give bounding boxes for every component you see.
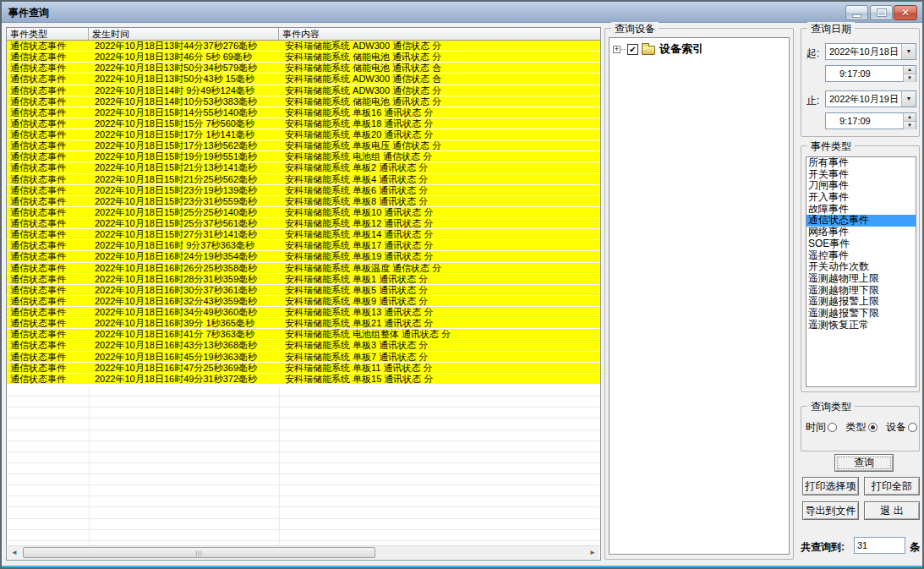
table-row[interactable]: 通信状态事件2022年10月18日14时10分53秒383毫秒安科瑞储能系统 储… bbox=[7, 96, 600, 107]
table-cell: 通信状态事件 bbox=[7, 329, 89, 339]
event-type-item[interactable]: 通信状态事件 bbox=[806, 215, 916, 227]
query-type-option[interactable]: 设备 bbox=[886, 420, 917, 435]
spin-up-icon[interactable]: ▲ bbox=[904, 113, 916, 122]
scroll-left-icon[interactable]: ◄ bbox=[8, 547, 21, 559]
table-row[interactable]: 通信状态事件2022年10月18日13时50分43秒 15毫秒安科瑞储能系统 A… bbox=[7, 74, 600, 85]
event-type-item[interactable]: 网络事件 bbox=[806, 227, 916, 238]
table-row[interactable]: 通信状态事件2022年10月18日13时50分34秒579毫秒安科瑞储能系统 储… bbox=[7, 63, 600, 74]
count-input[interactable] bbox=[854, 537, 905, 554]
tree-node-device-index[interactable]: + ✔ 设备索引 bbox=[613, 41, 789, 57]
table-cell: 2022年10月18日15时23分19秒139毫秒 bbox=[89, 185, 279, 195]
column-header[interactable]: 事件类型 bbox=[7, 28, 89, 40]
table-cell: 通信状态事件 bbox=[7, 85, 89, 96]
close-button[interactable]: ✕ bbox=[894, 5, 917, 20]
table-row[interactable]: 通信状态事件2022年10月18日15时25分25秒140毫秒安科瑞储能系统 单… bbox=[7, 207, 600, 218]
event-type-item[interactable]: 故障事件 bbox=[806, 204, 916, 216]
event-type-item[interactable]: 遥测越报警下限 bbox=[806, 308, 916, 320]
table-cell: 2022年10月18日13时44分37秒276毫秒 bbox=[89, 41, 279, 51]
query-type-option[interactable]: 时间 bbox=[806, 420, 837, 435]
event-type-item[interactable]: 刀闸事件 bbox=[806, 180, 916, 192]
radio-icon[interactable] bbox=[828, 423, 837, 432]
table-cell: 安科瑞储能系统 单板16 通讯状态 分 bbox=[279, 107, 600, 118]
maximize-button[interactable] bbox=[870, 5, 893, 20]
titlebar: 事件查询 ✕ bbox=[2, 2, 922, 23]
event-type-item[interactable]: 遥控事件 bbox=[806, 250, 916, 262]
table-row[interactable]: 通信状态事件2022年10月18日16时43分13秒368毫秒安科瑞储能系统 单… bbox=[7, 340, 600, 351]
event-type-item[interactable]: 所有事件 bbox=[806, 157, 916, 169]
radio-icon[interactable] bbox=[868, 423, 878, 432]
table-row[interactable]: 通信状态事件2022年10月18日15时21分13秒141毫秒安科瑞储能系统 单… bbox=[7, 162, 600, 173]
event-type-item[interactable]: 开入事件 bbox=[806, 192, 916, 204]
table-row[interactable]: 通信状态事件2022年10月18日16时30分37秒361毫秒安科瑞储能系统 单… bbox=[7, 285, 600, 296]
table-row[interactable]: 通信状态事件2022年10月18日16时47分25秒369毫秒安科瑞储能系统 单… bbox=[7, 363, 600, 374]
event-type-group-label: 事件类型 bbox=[807, 140, 855, 154]
table-row[interactable]: 通信状态事件2022年10月18日16时24分19秒354毫秒安科瑞储能系统 单… bbox=[7, 251, 600, 262]
export-button[interactable]: 导出到文件 bbox=[802, 501, 859, 520]
table-row[interactable]: 通信状态事件2022年10月18日16时45分19秒363毫秒安科瑞储能系统 单… bbox=[7, 352, 600, 363]
table-row[interactable]: 通信状态事件2022年10月18日16时26分25秒358毫秒安科瑞储能系统 单… bbox=[7, 263, 600, 274]
table-row[interactable]: 通信状态事件2022年10月18日15时19分19秒551毫秒安科瑞储能系统 电… bbox=[7, 151, 600, 162]
table-row[interactable]: 通信状态事件2022年10月18日15时23分31秒559毫秒安科瑞储能系统 单… bbox=[7, 196, 600, 207]
table-row[interactable]: 通信状态事件2022年10月18日15时21分25秒562毫秒安科瑞储能系统 单… bbox=[7, 174, 600, 185]
from-date-value: 2022年10月18日 bbox=[826, 44, 901, 59]
dropdown-arrow-icon[interactable]: ▼ bbox=[901, 91, 916, 107]
table-row[interactable]: 通信状态事件2022年10月18日16时 9分37秒363毫秒安科瑞储能系统 单… bbox=[7, 240, 600, 251]
horizontal-scrollbar[interactable]: ◄ ||| ► bbox=[8, 545, 599, 559]
event-type-item[interactable]: 开关事件 bbox=[806, 169, 916, 181]
column-header[interactable]: 发生时间 bbox=[89, 28, 279, 40]
minimize-button[interactable] bbox=[845, 5, 868, 20]
table-cell: 通信状态事件 bbox=[7, 207, 89, 217]
event-type-item[interactable]: 遥测越报警上限 bbox=[806, 296, 916, 308]
table-cell: 通信状态事件 bbox=[7, 74, 89, 84]
event-type-item[interactable]: 遥测越物理上限 bbox=[806, 273, 916, 285]
table-row[interactable]: 通信状态事件2022年10月18日16时41分 7秒363毫秒安科瑞储能系统 电… bbox=[7, 329, 600, 340]
spin-up-icon[interactable]: ▲ bbox=[904, 66, 916, 74]
spin-down-icon[interactable]: ▼ bbox=[904, 74, 916, 82]
column-header[interactable]: 事件内容 bbox=[279, 28, 600, 40]
from-time-spinner[interactable]: 9:17:09 ▲ ▼ bbox=[825, 65, 916, 82]
event-type-item[interactable]: 遥测恢复正常 bbox=[806, 320, 916, 331]
table-cell: 安科瑞储能系统 单板9 通讯状态 分 bbox=[279, 296, 600, 306]
tree-expand-icon[interactable]: + bbox=[613, 46, 621, 53]
to-time-spinner[interactable]: 9:17:09 ▲ ▼ bbox=[825, 112, 916, 129]
table-row[interactable]: 通信状态事件2022年10月18日15时14分55秒140毫秒安科瑞储能系统 单… bbox=[7, 107, 600, 118]
print-selected-button[interactable]: 打印选择项 bbox=[802, 477, 859, 495]
table-cell: 安科瑞储能系统 单板20 通讯状态 分 bbox=[279, 129, 600, 140]
table-cell: 2022年10月18日16时43分13秒368毫秒 bbox=[89, 340, 279, 350]
table-cell: 2022年10月18日16时 9分37秒363毫秒 bbox=[89, 240, 279, 250]
scroll-right-icon[interactable]: ► bbox=[586, 547, 599, 559]
radio-icon[interactable] bbox=[908, 423, 917, 432]
table-cell: 通信状态事件 bbox=[7, 318, 89, 328]
table-cell: 通信状态事件 bbox=[7, 174, 89, 184]
maximize-icon bbox=[878, 9, 886, 16]
table-cell: 安科瑞储能系统 ADW300 通信状态 分 bbox=[279, 85, 600, 96]
dropdown-arrow-icon[interactable]: ▼ bbox=[901, 44, 916, 59]
table-row[interactable]: 通信状态事件2022年10月18日15时17分 1秒141毫秒安科瑞储能系统 单… bbox=[7, 129, 600, 140]
table-row[interactable]: 通信状态事件2022年10月18日14时 9分49秒124毫秒安科瑞储能系统 A… bbox=[7, 85, 600, 96]
table-row[interactable]: 通信状态事件2022年10月18日13时44分37秒276毫秒安科瑞储能系统 A… bbox=[7, 41, 600, 52]
event-type-item[interactable]: SOE事件 bbox=[806, 238, 916, 250]
from-date-dropdown[interactable]: 2022年10月18日 ▼ bbox=[825, 43, 916, 60]
table-row[interactable]: 通信状态事件2022年10月18日16时49分31秒372毫秒安科瑞储能系统 单… bbox=[7, 374, 600, 385]
table-row[interactable]: 通信状态事件2022年10月18日15时15分 7秒560毫秒安科瑞储能系统 单… bbox=[7, 118, 600, 129]
exit-button[interactable]: 退 出 bbox=[864, 501, 920, 520]
event-type-item[interactable]: 遥测越物理下限 bbox=[806, 285, 916, 297]
table-row[interactable]: 通信状态事件2022年10月18日13时46分 5秒 69毫秒安科瑞储能系统 储… bbox=[7, 52, 600, 63]
spin-down-icon[interactable]: ▼ bbox=[904, 122, 916, 129]
query-type-option[interactable]: 类型 bbox=[846, 420, 878, 435]
table-row[interactable]: 通信状态事件2022年10月18日16时32分43秒359毫秒安科瑞储能系统 单… bbox=[7, 296, 600, 307]
table-row[interactable]: 通信状态事件2022年10月18日16时39分 1秒365毫秒安科瑞储能系统 单… bbox=[7, 318, 600, 329]
table-cell: 通信状态事件 bbox=[7, 151, 89, 161]
tree-checkbox[interactable]: ✔ bbox=[627, 44, 638, 55]
table-row[interactable]: 通信状态事件2022年10月18日16时28分31秒359毫秒安科瑞储能系统 单… bbox=[7, 274, 600, 285]
table-row[interactable]: 通信状态事件2022年10月18日15时25分37秒561毫秒安科瑞储能系统 单… bbox=[7, 218, 600, 229]
table-row[interactable]: 通信状态事件2022年10月18日15时17分13秒562毫秒安科瑞储能系统 单… bbox=[7, 140, 600, 151]
to-date-dropdown[interactable]: 2022年10月19日 ▼ bbox=[825, 90, 916, 107]
table-row[interactable]: 通信状态事件2022年10月18日16时34分49秒360毫秒安科瑞储能系统 单… bbox=[7, 307, 600, 318]
print-all-button[interactable]: 打印全部 bbox=[864, 477, 920, 495]
scrollbar-thumb[interactable]: ||| bbox=[23, 547, 375, 558]
table-row[interactable]: 通信状态事件2022年10月18日15时27分31秒141毫秒安科瑞储能系统 单… bbox=[7, 229, 600, 240]
event-type-item[interactable]: 开关动作次数 bbox=[806, 261, 916, 273]
query-button[interactable]: 查询 bbox=[834, 454, 894, 472]
table-row[interactable]: 通信状态事件2022年10月18日15时23分19秒139毫秒安科瑞储能系统 单… bbox=[7, 185, 600, 196]
